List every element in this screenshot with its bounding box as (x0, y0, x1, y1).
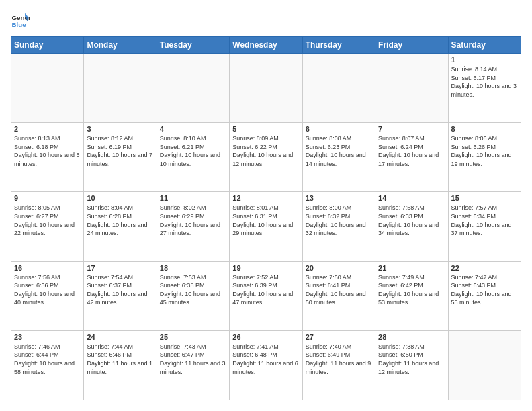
calendar-cell: 24Sunrise: 7:44 AM Sunset: 6:46 PM Dayli… (84, 330, 157, 400)
day-number: 25 (160, 333, 226, 341)
day-info: Sunrise: 7:53 AM Sunset: 6:38 PM Dayligh… (160, 273, 226, 307)
calendar-cell: 13Sunrise: 8:00 AM Sunset: 6:32 PM Dayli… (302, 192, 375, 261)
weekday-header: Wednesday (230, 37, 302, 54)
day-number: 27 (306, 333, 372, 341)
day-info: Sunrise: 7:47 AM Sunset: 6:43 PM Dayligh… (451, 273, 518, 307)
day-info: Sunrise: 8:09 AM Sunset: 6:22 PM Dayligh… (232, 134, 299, 168)
day-number: 1 (451, 56, 518, 64)
calendar-cell (302, 54, 375, 123)
weekday-header: Tuesday (157, 37, 229, 54)
calendar-week: 9Sunrise: 8:05 AM Sunset: 6:27 PM Daylig… (11, 192, 521, 261)
calendar-cell: 4Sunrise: 8:10 AM Sunset: 6:21 PM Daylig… (157, 123, 229, 192)
day-info: Sunrise: 7:50 AM Sunset: 6:41 PM Dayligh… (306, 273, 372, 307)
day-number: 13 (306, 194, 372, 202)
day-info: Sunrise: 8:13 AM Sunset: 6:18 PM Dayligh… (14, 134, 81, 168)
header: General Blue (11, 11, 521, 30)
calendar-cell: 22Sunrise: 7:47 AM Sunset: 6:43 PM Dayli… (448, 261, 521, 330)
calendar-cell: 7Sunrise: 8:07 AM Sunset: 6:24 PM Daylig… (375, 123, 448, 192)
calendar-cell (230, 54, 302, 123)
logo: General Blue (11, 11, 32, 30)
calendar-cell: 26Sunrise: 7:41 AM Sunset: 6:48 PM Dayli… (230, 330, 302, 400)
calendar-cell (84, 54, 157, 123)
day-info: Sunrise: 7:41 AM Sunset: 6:48 PM Dayligh… (232, 342, 299, 376)
calendar-cell: 9Sunrise: 8:05 AM Sunset: 6:27 PM Daylig… (11, 192, 84, 261)
day-number: 18 (160, 264, 226, 272)
day-number: 22 (451, 264, 518, 272)
weekday-header: Thursday (302, 37, 375, 54)
day-info: Sunrise: 7:43 AM Sunset: 6:47 PM Dayligh… (160, 342, 226, 376)
calendar-cell: 10Sunrise: 8:04 AM Sunset: 6:28 PM Dayli… (84, 192, 157, 261)
logo-icon: General Blue (11, 11, 30, 30)
day-number: 19 (232, 264, 299, 272)
day-number: 5 (232, 125, 299, 133)
calendar-cell: 16Sunrise: 7:56 AM Sunset: 6:36 PM Dayli… (11, 261, 84, 330)
day-info: Sunrise: 8:07 AM Sunset: 6:24 PM Dayligh… (378, 134, 445, 168)
day-info: Sunrise: 7:40 AM Sunset: 6:49 PM Dayligh… (306, 342, 372, 376)
day-number: 23 (14, 333, 81, 341)
day-info: Sunrise: 7:58 AM Sunset: 6:33 PM Dayligh… (378, 203, 445, 237)
calendar-cell: 18Sunrise: 7:53 AM Sunset: 6:38 PM Dayli… (157, 261, 229, 330)
day-info: Sunrise: 8:12 AM Sunset: 6:19 PM Dayligh… (87, 134, 153, 168)
day-number: 26 (232, 333, 299, 341)
calendar-cell: 5Sunrise: 8:09 AM Sunset: 6:22 PM Daylig… (230, 123, 302, 192)
day-info: Sunrise: 7:52 AM Sunset: 6:39 PM Dayligh… (232, 273, 299, 307)
calendar-week: 1Sunrise: 8:14 AM Sunset: 6:17 PM Daylig… (11, 54, 521, 123)
calendar-cell: 28Sunrise: 7:38 AM Sunset: 6:50 PM Dayli… (375, 330, 448, 400)
day-number: 17 (87, 264, 153, 272)
calendar-cell: 27Sunrise: 7:40 AM Sunset: 6:49 PM Dayli… (302, 330, 375, 400)
weekday-header: Sunday (11, 37, 84, 54)
calendar-cell: 3Sunrise: 8:12 AM Sunset: 6:19 PM Daylig… (84, 123, 157, 192)
svg-text:Blue: Blue (11, 21, 26, 28)
weekday-header: Friday (375, 37, 448, 54)
day-number: 14 (378, 194, 445, 202)
day-number: 2 (14, 125, 81, 133)
day-number: 20 (306, 264, 372, 272)
header-row: SundayMondayTuesdayWednesdayThursdayFrid… (11, 37, 521, 54)
calendar-cell: 1Sunrise: 8:14 AM Sunset: 6:17 PM Daylig… (448, 54, 521, 123)
day-number: 9 (14, 194, 81, 202)
day-info: Sunrise: 8:08 AM Sunset: 6:23 PM Dayligh… (306, 134, 372, 168)
calendar-cell: 17Sunrise: 7:54 AM Sunset: 6:37 PM Dayli… (84, 261, 157, 330)
calendar-cell: 19Sunrise: 7:52 AM Sunset: 6:39 PM Dayli… (230, 261, 302, 330)
day-info: Sunrise: 8:01 AM Sunset: 6:31 PM Dayligh… (232, 203, 299, 237)
day-number: 24 (87, 333, 153, 341)
day-number: 4 (160, 125, 226, 133)
day-info: Sunrise: 7:49 AM Sunset: 6:42 PM Dayligh… (378, 273, 445, 307)
page: General Blue SundayMondayTuesdayWednesda… (0, 0, 532, 411)
calendar-cell: 25Sunrise: 7:43 AM Sunset: 6:47 PM Dayli… (157, 330, 229, 400)
calendar-cell: 8Sunrise: 8:06 AM Sunset: 6:26 PM Daylig… (448, 123, 521, 192)
day-info: Sunrise: 7:57 AM Sunset: 6:34 PM Dayligh… (451, 203, 518, 237)
day-number: 16 (14, 264, 81, 272)
day-number: 6 (306, 125, 372, 133)
day-number: 15 (451, 194, 518, 202)
day-info: Sunrise: 8:05 AM Sunset: 6:27 PM Dayligh… (14, 203, 81, 237)
day-info: Sunrise: 7:56 AM Sunset: 6:36 PM Dayligh… (14, 273, 81, 307)
day-info: Sunrise: 7:46 AM Sunset: 6:44 PM Dayligh… (14, 342, 81, 376)
calendar-cell: 11Sunrise: 8:02 AM Sunset: 6:29 PM Dayli… (157, 192, 229, 261)
day-info: Sunrise: 8:10 AM Sunset: 6:21 PM Dayligh… (160, 134, 226, 168)
calendar-cell: 23Sunrise: 7:46 AM Sunset: 6:44 PM Dayli… (11, 330, 84, 400)
calendar-cell: 15Sunrise: 7:57 AM Sunset: 6:34 PM Dayli… (448, 192, 521, 261)
calendar-week: 23Sunrise: 7:46 AM Sunset: 6:44 PM Dayli… (11, 330, 521, 400)
calendar-week: 16Sunrise: 7:56 AM Sunset: 6:36 PM Dayli… (11, 261, 521, 330)
calendar-cell: 6Sunrise: 8:08 AM Sunset: 6:23 PM Daylig… (302, 123, 375, 192)
day-number: 11 (160, 194, 226, 202)
day-info: Sunrise: 8:02 AM Sunset: 6:29 PM Dayligh… (160, 203, 226, 237)
day-number: 3 (87, 125, 153, 133)
calendar-cell: 14Sunrise: 7:58 AM Sunset: 6:33 PM Dayli… (375, 192, 448, 261)
day-info: Sunrise: 8:06 AM Sunset: 6:26 PM Dayligh… (451, 134, 518, 168)
calendar-cell (448, 330, 521, 400)
calendar-cell (375, 54, 448, 123)
calendar: SundayMondayTuesdayWednesdayThursdayFrid… (11, 36, 521, 400)
weekday-header: Monday (84, 37, 157, 54)
day-info: Sunrise: 7:54 AM Sunset: 6:37 PM Dayligh… (87, 273, 153, 307)
calendar-cell: 21Sunrise: 7:49 AM Sunset: 6:42 PM Dayli… (375, 261, 448, 330)
day-info: Sunrise: 8:04 AM Sunset: 6:28 PM Dayligh… (87, 203, 153, 237)
day-number: 7 (378, 125, 445, 133)
calendar-cell (157, 54, 229, 123)
calendar-week: 2Sunrise: 8:13 AM Sunset: 6:18 PM Daylig… (11, 123, 521, 192)
calendar-cell (11, 54, 84, 123)
day-number: 28 (378, 333, 445, 341)
day-number: 10 (87, 194, 153, 202)
day-info: Sunrise: 7:44 AM Sunset: 6:46 PM Dayligh… (87, 342, 153, 376)
